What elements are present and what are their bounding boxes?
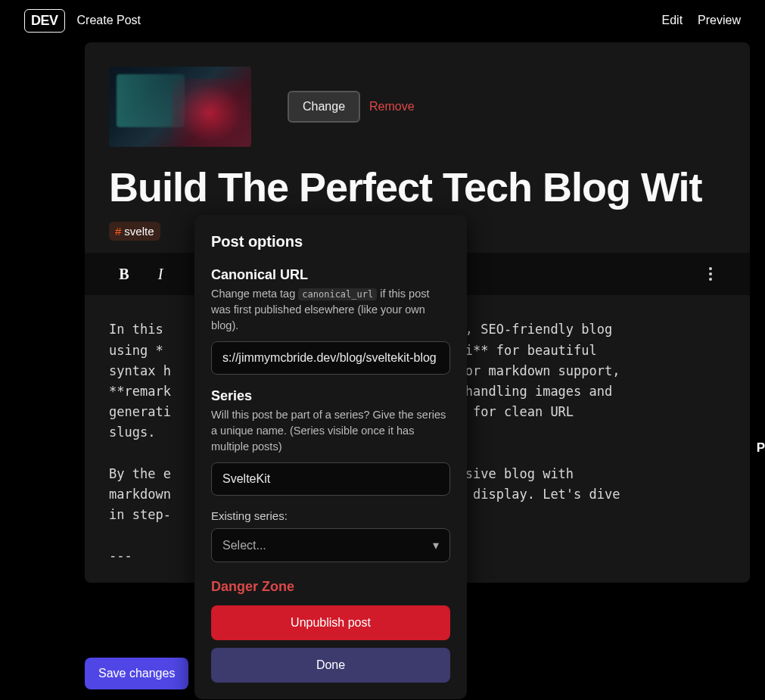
page-title: Create Post: [77, 14, 141, 27]
tab-preview[interactable]: Preview: [698, 14, 741, 27]
canonical-desc: Change meta tag canonical_url if this po…: [211, 286, 450, 334]
post-title-input[interactable]: Build The Perfect Tech Blog Wit: [85, 165, 750, 222]
svg-point-2: [709, 278, 712, 281]
canonical-url-input[interactable]: [211, 341, 450, 375]
bold-button[interactable]: B: [109, 259, 139, 289]
post-options-popover: Post options Canonical URL Change meta t…: [194, 215, 467, 699]
done-button[interactable]: Done: [211, 648, 450, 683]
svg-point-0: [709, 267, 712, 270]
tab-edit[interactable]: Edit: [662, 14, 683, 27]
unpublish-button[interactable]: Unpublish post: [211, 605, 450, 640]
cover-image[interactable]: [109, 67, 251, 147]
tag-hash: #: [115, 225, 121, 238]
series-name-input[interactable]: [211, 462, 450, 496]
chevron-down-icon: ▾: [433, 538, 439, 552]
tag-label: svelte: [124, 225, 154, 238]
italic-button[interactable]: I: [145, 259, 176, 289]
save-changes-button[interactable]: Save changes: [85, 658, 188, 689]
svg-point-1: [709, 272, 712, 275]
app-header: DEV Create Post Edit Preview: [0, 0, 765, 41]
existing-series-label: Existing series:: [211, 509, 450, 522]
popover-title: Post options: [211, 233, 450, 250]
change-cover-button[interactable]: Change: [288, 91, 360, 123]
danger-zone-heading: Danger Zone: [211, 579, 450, 595]
existing-series-select[interactable]: Select... ▾: [211, 528, 450, 562]
cover-buttons: Change Remove: [288, 91, 415, 123]
canonical-code: canonical_url: [298, 288, 377, 300]
canonical-heading: Canonical URL: [211, 267, 450, 283]
more-button[interactable]: [695, 259, 726, 289]
side-letter: P: [757, 440, 765, 456]
cover-section: Change Remove: [85, 42, 750, 165]
series-desc: Will this post be part of a series? Give…: [211, 407, 450, 455]
select-placeholder: Select...: [222, 539, 266, 552]
header-tabs: Edit Preview: [662, 14, 741, 27]
dev-logo[interactable]: DEV: [24, 9, 65, 33]
remove-cover-button[interactable]: Remove: [369, 100, 415, 114]
series-heading: Series: [211, 388, 450, 404]
more-vertical-icon: [701, 265, 720, 283]
tag-svelte[interactable]: # svelte: [109, 222, 160, 241]
